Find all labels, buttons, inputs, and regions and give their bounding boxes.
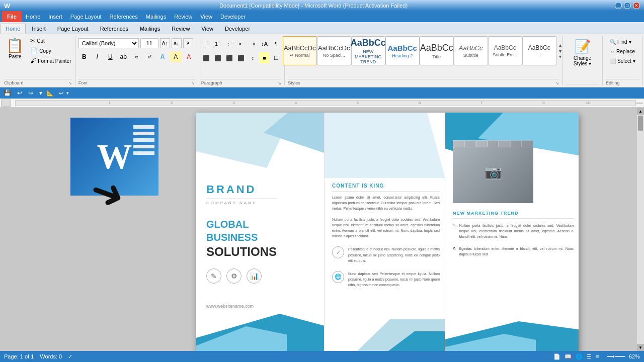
minimize-button[interactable]: _	[615, 2, 622, 9]
font-size-input[interactable]	[140, 38, 158, 48]
style-normal[interactable]: AaBbCcDc ↵ Normal	[283, 36, 317, 65]
italic-button[interactable]: I	[92, 51, 103, 62]
font-clear-button[interactable]: ✗	[183, 38, 193, 48]
view-reading-icon[interactable]: 📖	[565, 353, 572, 360]
style-heading2[interactable]: AaBbCc Heading 2	[385, 36, 420, 65]
menu-mailings[interactable]: Mailings	[142, 13, 170, 21]
menu-page-layout[interactable]: Page Layout	[66, 13, 106, 21]
view-outline-icon[interactable]: ☰	[587, 353, 592, 360]
file-menu[interactable]: File	[2, 11, 22, 22]
font-grow-button[interactable]: A↑	[160, 38, 170, 48]
text-effects-button[interactable]: A	[157, 51, 169, 62]
subscript-button[interactable]: x₂	[131, 51, 142, 62]
multilevel-button[interactable]: ⋮≡	[224, 38, 235, 49]
style-title[interactable]: AaBbCc Title	[420, 36, 454, 65]
borders-button[interactable]: ☐	[271, 52, 281, 63]
font-expand[interactable]: ↘	[191, 81, 195, 85]
styles-expand[interactable]: ↘	[555, 81, 559, 85]
superscript-button[interactable]: x²	[144, 51, 155, 62]
select-button[interactable]: ⬜ Select ▾	[608, 57, 637, 65]
style-more[interactable]: AaBbCc ...	[522, 36, 556, 65]
scroll-up-button[interactable]: ▲	[637, 108, 644, 115]
vertical-scrollbar[interactable]: ▲ ▼	[637, 108, 644, 351]
format-painter-button[interactable]: 🖌 Format Painter	[28, 56, 73, 65]
contact-icon-1[interactable]: ✎	[206, 268, 221, 284]
ruler-indent[interactable]	[1, 100, 11, 107]
style-heading1[interactable]: AaBbCc NEW MARKETING TREND	[351, 36, 385, 65]
align-center-button[interactable]: ⬛	[213, 52, 223, 63]
strikethrough-button[interactable]: ab	[118, 51, 129, 62]
tab-page-layout[interactable]: Page Layout	[52, 24, 94, 34]
scroll-thumb[interactable]	[638, 116, 643, 131]
menu-review[interactable]: Review	[170, 13, 196, 21]
align-right-button[interactable]: ⬛	[224, 52, 235, 63]
paste-button[interactable]: 📋 Paste	[3, 36, 27, 62]
contact-icon-3[interactable]: 📊	[247, 268, 262, 284]
style-no-spacing[interactable]: AaBbCcDc No Spaci...	[317, 36, 351, 65]
quick-access-toolbar: 💾 ↩ ↪ ▾ 📐 ↩ ▾	[0, 87, 644, 99]
highlight-color-button[interactable]: A	[170, 51, 182, 62]
sort-button[interactable]: ↕A	[259, 38, 270, 49]
proofing-icon[interactable]: ✓	[68, 353, 72, 360]
tab-mailings[interactable]: Mailings	[134, 24, 166, 34]
tab-references[interactable]: References	[95, 24, 134, 34]
style-subtle-em[interactable]: AaBbCc Subtle Em...	[488, 36, 522, 65]
style-subtitle[interactable]: AaBbCc Subtitle	[454, 36, 488, 65]
menu-references[interactable]: References	[106, 13, 142, 21]
tab-review[interactable]: Review	[166, 24, 195, 34]
close-button[interactable]: ✕	[633, 2, 640, 9]
mid-body-1: Lorem ipsum dolor sit amet, consectetur …	[332, 195, 440, 212]
brochure-left-page: BRAND COMPANY NAME GLOBAL BUSINESS SOLUT…	[196, 113, 325, 351]
website-url: www.websitename.com	[206, 304, 254, 309]
menu-home[interactable]: Home	[22, 13, 44, 21]
paragraph-expand[interactable]: ↘	[278, 81, 281, 85]
clipboard-expand[interactable]: ↘	[68, 81, 72, 85]
zoom-slider[interactable]: ━━●━━━━	[607, 354, 625, 359]
font-color-button[interactable]: A	[183, 51, 195, 62]
replace-button[interactable]: ↔ Replace	[608, 48, 637, 55]
customize-button[interactable]: ▾	[38, 89, 44, 97]
change-styles-button[interactable]: 📝 ChangeStyles ▾	[569, 36, 596, 69]
font-shrink-button[interactable]: a↓	[172, 38, 182, 48]
align-left-button[interactable]: ⬛	[201, 52, 212, 63]
save-button[interactable]: 💾	[2, 89, 13, 97]
tagline-global: GLOBAL	[206, 218, 277, 231]
expand-styles-icon[interactable]: ▾	[559, 54, 561, 59]
menu-view[interactable]: View	[196, 13, 216, 21]
tab-developer[interactable]: Developer	[219, 24, 256, 34]
font-row1: Calibri (Body) A↑ a↓ ✗	[78, 38, 195, 48]
find-icon: 🔍	[610, 39, 616, 45]
redo-button[interactable]: ↪	[27, 89, 35, 97]
numbering-button[interactable]: 1≡	[213, 38, 223, 49]
menu-developer[interactable]: Developer	[216, 13, 250, 21]
view-draft-icon[interactable]: ≡	[596, 353, 599, 359]
toolbar-customize[interactable]: ▾	[66, 90, 69, 96]
tab-home[interactable]: Home	[0, 24, 26, 34]
line-spacing-button[interactable]: ↕	[248, 52, 258, 63]
ruler-toggle[interactable]: 📐	[47, 90, 54, 97]
right-content: NEW MARKETING TREND 1. Nullam porta faci…	[453, 211, 574, 257]
view-normal-icon[interactable]: 📄	[553, 353, 560, 360]
scroll-down-button[interactable]: ▼	[637, 344, 644, 351]
bold-button[interactable]: B	[78, 51, 90, 62]
tab-view[interactable]: View	[196, 24, 219, 34]
cut-button[interactable]: ✂ Cut	[28, 36, 73, 45]
zoom-level[interactable]: 62%	[629, 353, 640, 359]
view-web-icon[interactable]: 🌐	[576, 353, 583, 360]
menu-insert[interactable]: Insert	[44, 13, 66, 21]
increase-indent-button[interactable]: ⇥	[248, 38, 258, 49]
maximize-button[interactable]: □	[624, 2, 631, 9]
shading-button[interactable]: ■	[259, 52, 270, 63]
justify-button[interactable]: ⬛	[236, 52, 247, 63]
show-hide-button[interactable]: ¶	[271, 38, 281, 49]
find-button[interactable]: 🔍 Find ▾	[608, 38, 637, 46]
decrease-indent-button[interactable]: ⇤	[236, 38, 247, 49]
undo-button[interactable]: ↩	[16, 89, 24, 97]
tab-insert[interactable]: Insert	[26, 24, 51, 34]
font-name-select[interactable]: Calibri (Body)	[78, 38, 139, 48]
copy-button[interactable]: 📄 Copy	[28, 46, 73, 55]
bullets-button[interactable]: ≡	[201, 38, 212, 49]
contact-icon-2[interactable]: ⚙	[226, 268, 242, 284]
underline-button[interactable]: U	[105, 51, 116, 62]
font-group: Calibri (Body) A↑ a↓ ✗ B I U ab x₂ x² A …	[75, 36, 198, 85]
